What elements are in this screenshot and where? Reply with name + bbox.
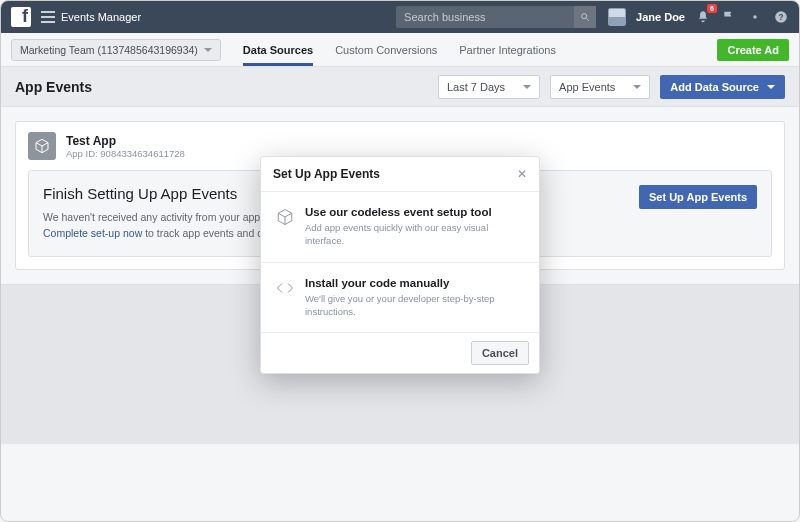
option-desc: We'll give you or your developer step-by…	[305, 292, 525, 319]
setup-modal: Set Up App Events ✕ Use our codeless eve…	[260, 156, 540, 374]
cancel-button[interactable]: Cancel	[471, 341, 529, 365]
close-icon[interactable]: ✕	[517, 167, 527, 181]
option-codeless-setup[interactable]: Use our codeless event setup tool Add ap…	[261, 192, 539, 262]
option-title: Install your code manually	[305, 277, 525, 289]
modal-title: Set Up App Events	[273, 167, 380, 181]
code-icon	[275, 277, 295, 319]
cube-icon	[275, 206, 295, 248]
option-install-manually[interactable]: Install your code manually We'll give yo…	[261, 262, 539, 333]
option-title: Use our codeless event setup tool	[305, 206, 525, 218]
option-desc: Add app events quickly with our easy vis…	[305, 221, 525, 248]
